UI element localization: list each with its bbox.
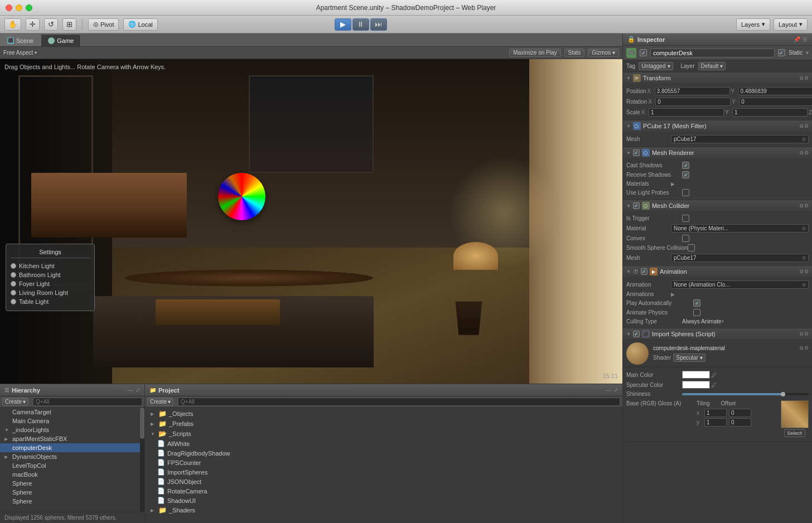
mesh-selector-btn[interactable]: ◎ (802, 137, 806, 142)
project-file-allwhite[interactable]: 📄 AllWhite (146, 439, 621, 448)
materials-expand-icon[interactable]: ▶ (671, 181, 675, 187)
main-color-picker-icon[interactable]: 🖊 (711, 372, 717, 378)
hierarchy-item-dynamicobjects[interactable]: DynamicObjects (0, 452, 140, 461)
aspect-dropdown[interactable]: Free Aspect ▾ (3, 50, 37, 56)
pivot-button[interactable]: ◎ Pivot (88, 18, 119, 31)
move-tool[interactable]: ✛ (26, 18, 40, 31)
layer-dropdown[interactable]: Default ▾ (698, 62, 726, 70)
hierarchy-item-sphere3[interactable]: Sphere (0, 497, 140, 506)
mesh-renderer-enable-checkbox[interactable]: ✓ (633, 149, 640, 156)
is-trigger-checkbox[interactable] (682, 215, 689, 222)
game-tab[interactable]: Game (41, 34, 81, 46)
living-room-light-item[interactable]: Living Room Light (11, 288, 90, 297)
collider-mesh-selector-btn[interactable]: ◎ (802, 255, 806, 260)
cast-shadows-checkbox[interactable]: ✓ (682, 162, 689, 169)
specular-color-swatch[interactable] (682, 381, 710, 389)
minimize-button[interactable] (16, 4, 22, 11)
main-color-swatch[interactable] (682, 371, 710, 379)
hierarchy-item-macbook[interactable]: macBook (0, 470, 140, 479)
rotate-tool[interactable]: ↺ (44, 18, 58, 31)
project-file-fpscounter[interactable]: 📄 FPSCounter (146, 458, 621, 467)
project-folder-prefabs[interactable]: ▶ 📁 _Prefabs (146, 419, 621, 429)
receive-shadows-checkbox[interactable]: ✓ (682, 171, 689, 178)
scale-x-input[interactable] (649, 108, 724, 117)
object-active-checkbox[interactable]: ✓ (640, 49, 647, 56)
inspector-menu-icon[interactable]: ☰ (803, 36, 808, 42)
hierarchy-expand-btn[interactable]: ⤢ (136, 387, 140, 393)
mesh-collider-header[interactable]: ▼ ✓ ⬡ Mesh Collider ⧉ ⚙ (623, 200, 812, 211)
hand-tool[interactable]: ✋ (4, 18, 21, 31)
mesh-renderer-header[interactable]: ▼ ✓ ⬡ Mesh Renderer ⧉ ⚙ (623, 147, 812, 158)
table-light-item[interactable]: Table Light (11, 297, 90, 306)
project-expand-btn[interactable]: ⤢ (613, 387, 618, 393)
import-spheres-menu-btn[interactable]: ⧉ ⚙ (800, 331, 809, 337)
layout-dropdown[interactable]: Layout ▾ (774, 18, 808, 31)
transform-header[interactable]: ▼ ⟳ Transform ⧉ ⚙ (623, 72, 812, 84)
hierarchy-create-btn[interactable]: Create ▾ (2, 398, 28, 406)
pause-button[interactable]: ⏸ (352, 18, 369, 31)
specular-color-picker-icon[interactable]: 🖊 (711, 382, 717, 388)
mesh-filter-menu-btn[interactable]: ⧉ ⚙ (800, 123, 809, 129)
hierarchy-item-maincamera[interactable]: Main Camera (0, 417, 140, 425)
animation-header[interactable]: ▼ ⏱ ✓ ▶ Animation ⧉ ⚙ (623, 266, 812, 277)
shininess-slider[interactable] (682, 393, 809, 395)
position-y-input[interactable] (738, 87, 812, 95)
hierarchy-item-leveltopcol[interactable]: LevelTopCol (0, 461, 140, 470)
mesh-collider-enable-checkbox[interactable]: ✓ (633, 202, 640, 209)
project-folder-objects[interactable]: ▶ 📁 _Objects (146, 409, 621, 419)
project-minimize-btn[interactable]: — (606, 387, 611, 393)
import-spheres-enable-checkbox[interactable]: ✓ (633, 331, 640, 337)
hierarchy-item-cameratarget[interactable]: CameraTarget (0, 408, 140, 417)
tag-dropdown[interactable]: Untagged ▾ (639, 62, 673, 70)
project-folder-shaders[interactable]: ▶ 📁 _Shaders (146, 505, 621, 515)
rotation-x-input[interactable] (655, 98, 731, 106)
hierarchy-scrollbar[interactable] (140, 408, 144, 512)
offset-x-input[interactable] (729, 409, 751, 417)
position-x-input[interactable] (655, 87, 730, 95)
select-texture-btn[interactable]: Select! (784, 429, 805, 437)
maximize-button[interactable] (26, 4, 32, 11)
project-file-jsonobject[interactable]: 📄 JSONObject (146, 477, 621, 486)
mesh-filter-header[interactable]: ▼ ⬡ PCube 17 (Mesh Filter) ⧉ ⚙ (623, 120, 812, 132)
step-button[interactable]: ⏭ (370, 18, 387, 31)
layers-dropdown[interactable]: Layers ▾ (736, 18, 770, 31)
mesh-collider-menu-btn[interactable]: ⧉ ⚙ (800, 203, 809, 209)
play-button[interactable]: ▶ (335, 18, 351, 31)
inspector-pin-icon[interactable]: 📌 (794, 36, 800, 42)
close-button[interactable] (6, 4, 12, 11)
hierarchy-item-apartmentstaticfbx[interactable]: apartMentStaticFBX (0, 434, 140, 443)
kitchen-light-item[interactable]: Kitchen Light (11, 262, 90, 270)
animation-menu-btn[interactable]: ⧉ ⚙ (800, 269, 809, 275)
material-menu-btn[interactable]: ⧉ ⚙ (800, 345, 809, 351)
use-light-probes-checkbox[interactable] (682, 189, 689, 196)
hierarchy-item-computerdesk[interactable]: computerDesk (0, 443, 140, 452)
scene-tab[interactable]: ⬛ Scene (0, 34, 41, 46)
hierarchy-item-indoorlights[interactable]: _indoorLights (0, 425, 140, 434)
convex-checkbox[interactable] (682, 235, 689, 242)
tiling-x-input[interactable] (704, 409, 727, 417)
project-file-importspheres[interactable]: 📄 ImportSpheres (146, 467, 621, 477)
mesh-renderer-menu-btn[interactable]: ⧉ ⚙ (800, 150, 809, 156)
project-file-rotatecamera[interactable]: 📄 RotateCamera (146, 486, 621, 496)
maximize-on-play-btn[interactable]: Maximize on Play (509, 49, 560, 57)
bathroom-light-item[interactable]: Bathroom Light (11, 270, 90, 279)
animations-expand-icon[interactable]: ▶ (671, 292, 675, 297)
object-name-input[interactable] (650, 49, 775, 57)
foyer-light-item[interactable]: Foyer Light (11, 279, 90, 288)
project-create-btn[interactable]: Create ▾ (147, 398, 173, 406)
project-file-shadowui[interactable]: 📄 ShadowUI (146, 496, 621, 505)
hierarchy-search[interactable] (33, 398, 142, 406)
transform-menu-btn[interactable]: ⧉ ⚙ (800, 75, 809, 81)
static-checkbox[interactable]: ✓ (778, 49, 785, 56)
project-folder-scripts[interactable]: ▼ 📂 _Scripts (146, 429, 621, 439)
scale-y-input[interactable] (732, 108, 808, 117)
animation-clip-selector-btn[interactable]: ◎ (802, 282, 806, 287)
tiling-y-input[interactable] (704, 418, 727, 427)
play-auto-checkbox[interactable]: ✓ (693, 299, 700, 307)
hierarchy-item-sphere2[interactable]: Sphere (0, 488, 140, 497)
collider-material-selector-btn[interactable]: ◎ (802, 226, 806, 231)
animation-enable-checkbox[interactable]: ✓ (641, 268, 647, 275)
local-button[interactable]: 🌐 Local (123, 18, 157, 31)
stats-btn[interactable]: Stats (564, 49, 585, 57)
hierarchy-item-sphere1[interactable]: Sphere (0, 479, 140, 488)
